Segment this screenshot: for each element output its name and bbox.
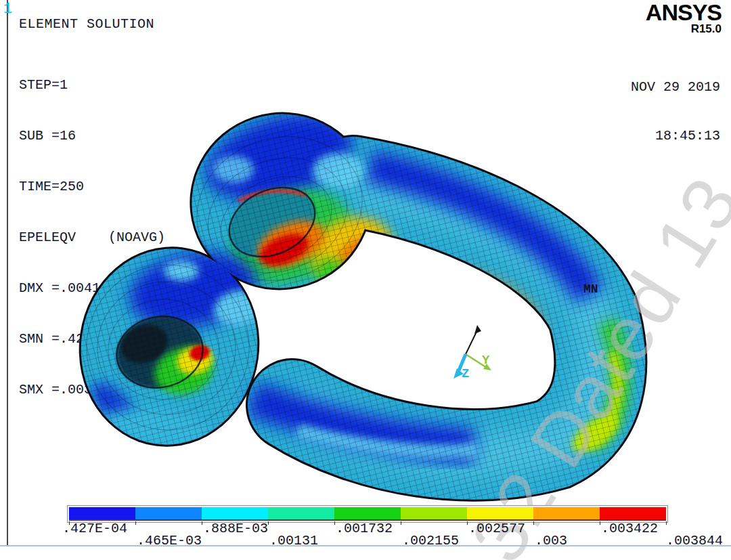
contour-surface xyxy=(0,0,731,560)
mesh-grid-overlay xyxy=(0,0,731,560)
legend-tick xyxy=(268,521,269,525)
legend-segment xyxy=(202,507,268,519)
legend-label: .002577 xyxy=(468,523,525,535)
legend-label: .003422 xyxy=(601,523,658,535)
legend-color-strip xyxy=(69,507,666,519)
legend-tick xyxy=(135,521,136,525)
legend-segment xyxy=(268,507,334,519)
legend-segment xyxy=(533,507,600,519)
legend-segment xyxy=(600,507,666,519)
legend-label: .888E-03 xyxy=(203,523,268,535)
legend-tick xyxy=(467,521,468,525)
triad-y-label: Y xyxy=(482,353,490,368)
legend-tick xyxy=(666,521,667,525)
legend-segment xyxy=(467,507,533,519)
legend-tick xyxy=(202,521,202,525)
legend-label: .427E-04 xyxy=(62,523,127,535)
legend-segment xyxy=(69,507,135,519)
legend-segment xyxy=(334,507,401,519)
legend-tick xyxy=(600,521,600,525)
legend-tick xyxy=(533,521,534,525)
triad-z-label: Z xyxy=(462,366,469,381)
legend-segment xyxy=(135,507,202,519)
model-viewport[interactable]: MN Y Z xyxy=(0,0,731,560)
legend-segment xyxy=(401,507,467,519)
legend-tick xyxy=(334,521,335,525)
ansys-graphics-window: 1 ELEMENT SOLUTION STEP=1 SUB =16 TIME=2… xyxy=(0,0,731,560)
legend-tick xyxy=(401,521,401,525)
legend-label: .001732 xyxy=(336,523,393,535)
shackle-fea-plot: MN Y Z xyxy=(0,0,731,560)
window-bottom-border xyxy=(0,545,731,546)
min-value-marker: MN xyxy=(583,282,598,296)
